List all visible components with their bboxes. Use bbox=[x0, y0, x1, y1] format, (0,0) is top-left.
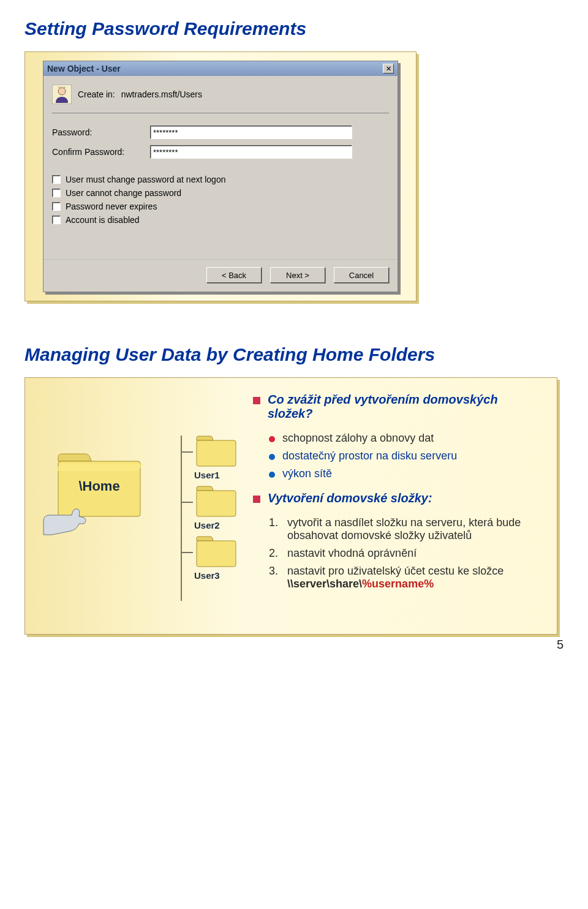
confirm-label: Confirm Password: bbox=[52, 147, 150, 157]
q2-list: 1. vytvořit a nasdílet složku na serveru… bbox=[269, 516, 542, 590]
q1-item-0: schopnost zálohy a obnovy dat bbox=[269, 432, 542, 445]
folder-row-2: User3 bbox=[171, 536, 238, 586]
bullet-dot-blue-icon bbox=[269, 472, 275, 478]
folder-label-2: User3 bbox=[194, 570, 220, 581]
q2-item-1: 2. nastavit vhodná oprávnění bbox=[269, 547, 542, 560]
password-row: Password: bbox=[52, 126, 389, 139]
confirm-row: Confirm Password: bbox=[52, 145, 389, 159]
checkbox-account-disabled[interactable] bbox=[52, 216, 61, 224]
tree-h-line bbox=[181, 552, 193, 553]
folder-label-0: User1 bbox=[194, 470, 220, 480]
chk-row-4: Account is disabled bbox=[52, 215, 389, 225]
checkbox-must-change[interactable] bbox=[52, 175, 61, 184]
small-folder-icon bbox=[194, 486, 238, 519]
q1-item-text-0: schopnost zálohy a obnovy dat bbox=[282, 432, 434, 445]
q1-item-text-1: dostatečný prostor na disku serveru bbox=[282, 450, 457, 462]
dialog-button-bar: < Back Next > Cancel bbox=[43, 259, 398, 292]
back-button[interactable]: < Back bbox=[206, 267, 262, 283]
user-head-icon bbox=[52, 85, 72, 104]
tree-h-line bbox=[181, 451, 193, 453]
createin-path: nwtraders.msft/Users bbox=[121, 89, 202, 99]
password-input[interactable] bbox=[150, 126, 352, 139]
svg-point-1 bbox=[58, 88, 66, 95]
tree-h-line bbox=[181, 502, 193, 503]
q2-num-0: 1. bbox=[269, 516, 280, 529]
folder-tree: User1 User2 User3 bbox=[171, 436, 238, 619]
q1-head: Co zvážit před vytvořením domovských slo… bbox=[268, 393, 542, 421]
chk-label-3: Password never expires bbox=[66, 202, 157, 211]
cancel-button[interactable]: Cancel bbox=[334, 267, 389, 283]
chk-label-4: Account is disabled bbox=[66, 215, 140, 225]
q2-item-2: 3. nastavit pro uživatelský účet cestu k… bbox=[269, 565, 542, 590]
next-button[interactable]: Next > bbox=[270, 267, 325, 283]
new-user-dialog: New Object - User ✕ Create in: nwtraders… bbox=[43, 61, 398, 292]
q2-head: Vytvoření domovské složky: bbox=[268, 491, 432, 505]
folder-row-0: User1 bbox=[171, 436, 238, 486]
home-folder-graphic: \Home bbox=[40, 442, 156, 527]
svg-rect-3 bbox=[197, 440, 236, 466]
small-folder-icon bbox=[194, 436, 238, 469]
dialog-title-text: New Object - User bbox=[47, 64, 121, 74]
page-number: 5 bbox=[557, 638, 564, 652]
dialog-body: Create in: nwtraders.msft/Users Password… bbox=[43, 76, 398, 259]
bullet-dot-blue-icon bbox=[269, 454, 275, 460]
q1-item-1: dostatečný prostor na disku serveru bbox=[269, 450, 542, 462]
chk-row-3: Password never expires bbox=[52, 202, 389, 211]
checkbox-never-expires[interactable] bbox=[52, 202, 61, 211]
q2-row: Vytvoření domovské složky: bbox=[253, 491, 542, 511]
chk-row-2: User cannot change password bbox=[52, 188, 389, 198]
q1-item-text-2: výkon sítě bbox=[282, 467, 332, 480]
q2-item-text-0: vytvořit a nasdílet složku na serveru, k… bbox=[287, 516, 542, 542]
svg-rect-4 bbox=[197, 491, 236, 516]
q1-row: Co zvážit před vytvořením domovských slo… bbox=[253, 393, 542, 427]
createin-label: Create in: bbox=[78, 89, 115, 99]
slide2-content: Co zvážit před vytvořením domovských slo… bbox=[253, 393, 542, 619]
q2-num-2: 3. bbox=[269, 565, 280, 578]
password-label: Password: bbox=[52, 127, 150, 137]
path-prefix: \\server\share\ bbox=[287, 578, 362, 590]
chk-label-2: User cannot change password bbox=[66, 188, 181, 198]
q2-item-text-1: nastavit vhodná oprávnění bbox=[287, 547, 417, 560]
slide2-card: \Home User1 User2 bbox=[24, 377, 557, 635]
bullet-square-icon bbox=[253, 397, 260, 404]
q2-item-text-2: nastavit pro uživatelský účet cestu ke s… bbox=[287, 565, 503, 590]
checkbox-cannot-change[interactable] bbox=[52, 189, 61, 197]
chk-label-1: User must change password at next logon bbox=[66, 175, 225, 184]
q1-item-2: výkon sítě bbox=[269, 467, 542, 480]
q2-item-0: 1. vytvořit a nasdílet složku na serveru… bbox=[269, 516, 542, 542]
createin-row: Create in: nwtraders.msft/Users bbox=[52, 85, 389, 113]
bullet-square-icon bbox=[253, 496, 260, 503]
q1-list: schopnost zálohy a obnovy dat dostatečný… bbox=[269, 432, 542, 480]
hand-icon bbox=[40, 499, 89, 536]
close-icon[interactable]: ✕ bbox=[383, 64, 394, 74]
bullet-dot-red-icon bbox=[269, 436, 275, 442]
folder-label-1: User2 bbox=[194, 520, 220, 530]
svg-rect-5 bbox=[197, 541, 236, 567]
chk-row-1: User must change password at next logon bbox=[52, 175, 389, 184]
path-var: %username% bbox=[362, 578, 434, 590]
dialog-titlebar: New Object - User ✕ bbox=[43, 61, 398, 76]
q2-num-1: 2. bbox=[269, 547, 280, 560]
folder-row-1: User2 bbox=[171, 486, 238, 536]
slide1-title: Setting Password Requirements bbox=[24, 18, 564, 39]
slide1-card: New Object - User ✕ Create in: nwtraders… bbox=[24, 51, 417, 301]
slide2-title: Managing User Data by Creating Home Fold… bbox=[24, 344, 564, 365]
confirm-input[interactable] bbox=[150, 145, 352, 159]
small-folder-icon bbox=[194, 536, 238, 569]
